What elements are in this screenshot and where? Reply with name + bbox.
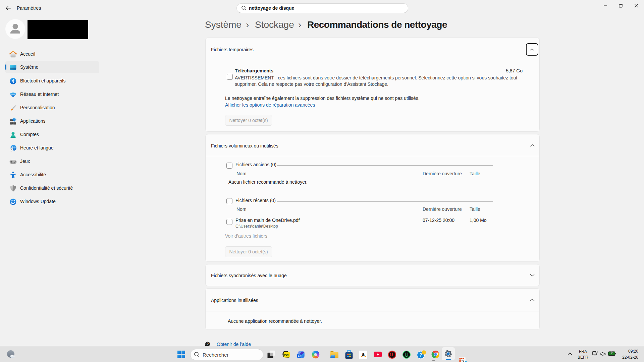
svg-text:?: ? — [207, 342, 209, 346]
svg-text:PDF: PDF — [284, 353, 289, 356]
svg-text:a: a — [362, 351, 365, 357]
